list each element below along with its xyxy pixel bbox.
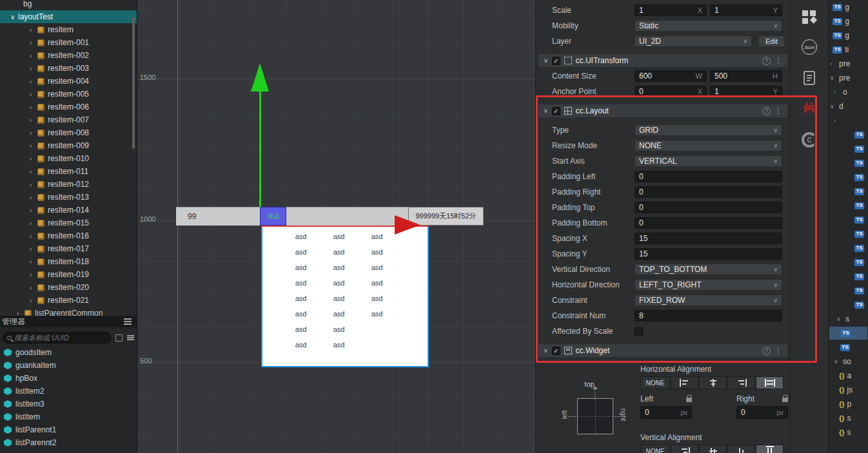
hierarchy-node-resitem-003[interactable]: ›resItem-003 xyxy=(0,62,137,75)
content-size-w-input[interactable]: 600W xyxy=(635,70,707,82)
component-enabled-checkbox[interactable]: ✓ xyxy=(552,107,560,115)
file-tree-item[interactable]: TS xyxy=(829,213,868,227)
file-tree-item[interactable]: TS xyxy=(829,227,868,241)
chevron-right-icon[interactable]: › xyxy=(30,130,37,137)
hierarchy-node-resitem-017[interactable]: ›resItem-017 xyxy=(0,242,137,255)
file-tree-item[interactable]: TSg xyxy=(829,28,868,43)
cocos-service-icon[interactable]: C xyxy=(802,132,817,148)
file-tree-item[interactable]: ∨d xyxy=(829,99,868,113)
component-header-uitransform[interactable]: ∨ ✓ cc.UITransform ? ⋮ xyxy=(538,54,787,67)
asset-item-listitem3[interactable]: listItem3 xyxy=(0,398,137,410)
scene-view[interactable]: 1500 1000 500 99 说话 999999天15时52分 asdasd… xyxy=(137,0,535,453)
chevron-down-icon[interactable]: ∨ xyxy=(830,75,836,81)
chevron-right-icon[interactable]: › xyxy=(30,258,37,265)
hierarchy-node-bg[interactable]: bg xyxy=(0,0,137,10)
more-options-icon[interactable]: ⋮ xyxy=(774,106,782,115)
filter-checkbox[interactable] xyxy=(115,334,123,342)
file-tree-item[interactable]: TS xyxy=(829,198,868,213)
file-tree-item[interactable]: ›pre xyxy=(829,57,868,71)
prop-input-padding-left[interactable]: 0 xyxy=(635,171,782,182)
prop-select-vertical-direction[interactable]: TOP_TO_BOTTOM∨ xyxy=(635,264,782,275)
layer-edit-button[interactable]: Edit xyxy=(758,35,785,47)
file-tree-item[interactable]: TS xyxy=(829,241,868,255)
chevron-right-icon[interactable]: › xyxy=(30,155,37,162)
help-icon[interactable]: ? xyxy=(762,107,771,115)
content-size-h-input[interactable]: 500H xyxy=(710,70,782,82)
chevron-right-icon[interactable]: › xyxy=(30,194,37,201)
widget-right-input[interactable]: 0 px xyxy=(736,406,788,419)
chevron-right-icon[interactable]: › xyxy=(834,89,840,95)
file-tree-item[interactable]: TS xyxy=(829,269,868,284)
file-tree-item[interactable]: TS xyxy=(829,298,868,312)
chevron-down-icon[interactable]: ∨ xyxy=(544,57,548,64)
file-tree-item[interactable]: › xyxy=(829,113,868,128)
h-align-left-button[interactable] xyxy=(671,376,698,389)
lock-icon[interactable] xyxy=(686,398,692,402)
chevron-right-icon[interactable]: › xyxy=(30,168,37,175)
v-align-stretch-button[interactable] xyxy=(756,445,784,453)
chevron-right-icon[interactable]: › xyxy=(30,117,37,124)
chevron-right-icon[interactable]: › xyxy=(17,310,25,316)
list-view-icon[interactable] xyxy=(127,335,134,336)
hierarchy-node-resitem-008[interactable]: ›resItem-008 xyxy=(0,126,137,139)
prop-select-resize-mode[interactable]: NONE∨ xyxy=(635,140,782,151)
chevron-right-icon[interactable]: › xyxy=(30,246,37,253)
hierarchy-node-resitem-016[interactable]: ›resItem-016 xyxy=(0,229,137,242)
component-enabled-checkbox[interactable]: ✓ xyxy=(552,347,560,355)
hierarchy-node-resitem-001[interactable]: ›resItem-001 xyxy=(0,36,137,49)
asset-item-listitem[interactable]: listItem xyxy=(0,410,137,423)
file-tree-item[interactable]: ›o xyxy=(829,85,868,99)
asset-item-guankaitem[interactable]: guankaItem xyxy=(0,359,137,372)
hierarchy-node-resitem-002[interactable]: ›resItem-002 xyxy=(0,49,137,62)
chevron-right-icon[interactable]: › xyxy=(30,142,37,149)
hierarchy-node-resitem-007[interactable]: ›resItem-007 xyxy=(0,113,137,126)
chevron-down-icon[interactable]: ∨ xyxy=(544,347,548,354)
scale-x-input[interactable]: 1X xyxy=(635,5,707,16)
h-align-none-button[interactable]: NONE xyxy=(640,376,670,389)
prop-select-horizontal-direction[interactable]: LEFT_TO_RIGHT∨ xyxy=(635,279,782,291)
layer-select[interactable]: UI_2D∨ xyxy=(635,35,752,47)
chevron-down-icon[interactable]: ∨ xyxy=(836,316,843,322)
mobility-select[interactable]: Static∨ xyxy=(635,20,782,32)
chevron-right-icon[interactable]: › xyxy=(30,65,37,72)
asset-item-goodsitem[interactable]: goodsItem xyxy=(0,346,137,359)
hierarchy-node-layouttest[interactable]: ∨layoutTest xyxy=(0,10,137,23)
file-tree-item[interactable]: {}p xyxy=(829,397,868,411)
chevron-right-icon[interactable]: › xyxy=(30,233,37,240)
hierarchy-node-resitem-014[interactable]: ›resItem-014 xyxy=(0,204,137,217)
hierarchy-node-resitem-006[interactable]: ›resItem-006 xyxy=(0,101,137,113)
component-header-layout[interactable]: ∨ ✓ cc.Layout ? ⋮ xyxy=(538,104,787,117)
file-tree-item[interactable]: TS xyxy=(829,255,868,269)
chevron-right-icon[interactable]: › xyxy=(30,181,37,188)
prop-input-spacing-y[interactable]: 15 xyxy=(635,248,782,260)
prop-select-start-axis[interactable]: VERTICAL∨ xyxy=(635,155,782,167)
file-tree-item[interactable]: TS xyxy=(829,326,868,340)
hierarchy-node-resitem-015[interactable]: ›resItem-015 xyxy=(0,217,137,229)
chevron-down-icon[interactable]: ∨ xyxy=(830,103,836,110)
prop-input-padding-bottom[interactable]: 0 xyxy=(635,217,782,229)
chevron-right-icon[interactable]: › xyxy=(30,297,37,304)
file-tree-item[interactable]: TSti xyxy=(829,43,868,57)
file-tree-item[interactable]: TSg xyxy=(829,14,868,28)
v-align-top-button[interactable] xyxy=(671,445,698,453)
v-align-none-button[interactable]: NONE xyxy=(640,445,670,453)
asset-item-listparennt1[interactable]: listParennt1 xyxy=(0,423,137,436)
anchor-y-input[interactable]: 1Y xyxy=(710,86,782,97)
prop-input-constraint-num[interactable]: 8 xyxy=(635,310,782,322)
component-header-widget[interactable]: ∨ ✓ cc.Widget ? ⋮ xyxy=(538,344,787,357)
chevron-right-icon[interactable]: › xyxy=(30,39,37,46)
asset-item-listparennt2[interactable]: listParennt2 xyxy=(0,436,137,449)
chevron-right-icon[interactable]: › xyxy=(30,91,37,98)
file-tree-item[interactable]: TS xyxy=(829,184,868,198)
chevron-right-icon[interactable]: › xyxy=(830,61,836,67)
chevron-right-icon[interactable]: › xyxy=(30,78,37,85)
chevron-right-icon[interactable]: › xyxy=(30,104,37,111)
h-align-center-button[interactable] xyxy=(699,376,727,389)
document-panel-icon[interactable] xyxy=(802,70,816,86)
hierarchy-node-resitem-018[interactable]: ›resItem-018 xyxy=(0,255,137,268)
hierarchy-node-resitem-005[interactable]: ›resItem-005 xyxy=(0,88,137,101)
file-tree-item[interactable]: ∨pre xyxy=(829,71,868,85)
file-tree-item[interactable]: TSg xyxy=(829,0,868,14)
y-axis-gizmo[interactable] xyxy=(259,92,261,207)
chevron-right-icon[interactable]: › xyxy=(30,52,37,59)
